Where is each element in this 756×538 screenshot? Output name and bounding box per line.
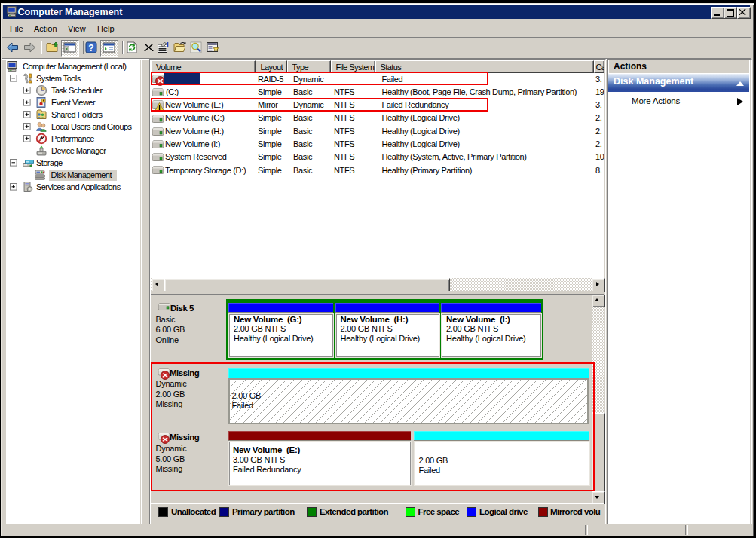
svg-text:?: ?	[88, 43, 93, 53]
